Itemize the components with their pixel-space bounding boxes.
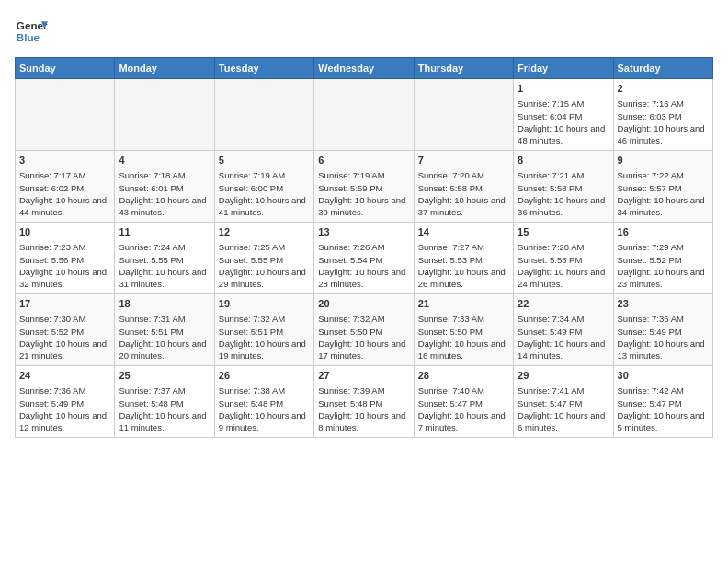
daylight-text: Daylight: 10 hours and 32 minutes. — [19, 266, 110, 291]
weekday-header-tuesday: Tuesday — [214, 58, 313, 79]
day-number: 8 — [518, 154, 609, 167]
day-number: 20 — [318, 297, 409, 311]
calendar-cell: 22Sunrise: 7:34 AMSunset: 5:49 PMDayligh… — [514, 294, 613, 366]
sunset-text: Sunset: 6:04 PM — [518, 110, 609, 122]
day-number: 4 — [119, 154, 210, 167]
calendar-cell — [314, 79, 414, 151]
sunrise-text: Sunrise: 7:32 AM — [318, 313, 409, 325]
sunrise-text: Sunrise: 7:17 AM — [19, 169, 110, 181]
sunrise-text: Sunrise: 7:32 AM — [219, 313, 310, 325]
day-number: 30 — [618, 369, 709, 383]
sunset-text: Sunset: 5:49 PM — [19, 397, 110, 409]
sunrise-text: Sunrise: 7:16 AM — [618, 98, 709, 109]
page-header: General Blue — [15, 15, 713, 48]
calendar-week-3: 10Sunrise: 7:23 AMSunset: 5:56 PMDayligh… — [16, 223, 713, 294]
sunrise-text: Sunrise: 7:28 AM — [518, 241, 609, 253]
sunset-text: Sunset: 5:55 PM — [219, 254, 310, 266]
calendar-cell: 7Sunrise: 7:20 AMSunset: 5:58 PMDaylight… — [414, 151, 513, 223]
daylight-text: Daylight: 10 hours and 29 minutes. — [219, 266, 310, 291]
calendar-cell: 13Sunrise: 7:26 AMSunset: 5:54 PMDayligh… — [314, 223, 414, 294]
calendar-cell: 27Sunrise: 7:39 AMSunset: 5:48 PMDayligh… — [314, 366, 414, 438]
daylight-text: Daylight: 10 hours and 46 minutes. — [618, 122, 709, 147]
calendar-cell: 15Sunrise: 7:28 AMSunset: 5:53 PMDayligh… — [514, 223, 613, 294]
sunset-text: Sunset: 5:47 PM — [518, 397, 609, 409]
day-number: 28 — [418, 369, 509, 383]
calendar-cell: 30Sunrise: 7:42 AMSunset: 5:47 PMDayligh… — [613, 366, 712, 438]
calendar-cell: 25Sunrise: 7:37 AMSunset: 5:48 PMDayligh… — [115, 366, 214, 438]
sunrise-text: Sunrise: 7:19 AM — [219, 169, 310, 181]
day-number: 11 — [119, 225, 210, 239]
sunset-text: Sunset: 5:53 PM — [418, 254, 509, 266]
sunset-text: Sunset: 5:48 PM — [119, 397, 210, 409]
sunset-text: Sunset: 5:48 PM — [318, 397, 409, 409]
calendar-cell: 28Sunrise: 7:40 AMSunset: 5:47 PMDayligh… — [414, 366, 513, 438]
sunrise-text: Sunrise: 7:19 AM — [318, 169, 409, 181]
daylight-text: Daylight: 10 hours and 44 minutes. — [19, 194, 110, 219]
svg-text:General: General — [17, 19, 48, 31]
sunrise-text: Sunrise: 7:24 AM — [119, 241, 210, 253]
sunset-text: Sunset: 5:47 PM — [618, 397, 709, 409]
calendar-cell: 6Sunrise: 7:19 AMSunset: 5:59 PMDaylight… — [314, 151, 414, 223]
calendar-cell: 18Sunrise: 7:31 AMSunset: 5:51 PMDayligh… — [115, 294, 214, 366]
calendar-cell: 26Sunrise: 7:38 AMSunset: 5:48 PMDayligh… — [214, 366, 313, 438]
daylight-text: Daylight: 10 hours and 17 minutes. — [318, 338, 409, 362]
calendar-cell — [16, 79, 115, 151]
daylight-text: Daylight: 10 hours and 9 minutes. — [219, 409, 310, 434]
calendar-cell: 17Sunrise: 7:30 AMSunset: 5:52 PMDayligh… — [16, 294, 115, 366]
sunrise-text: Sunrise: 7:20 AM — [418, 169, 509, 181]
sunrise-text: Sunrise: 7:34 AM — [518, 313, 609, 325]
day-number: 14 — [418, 225, 509, 239]
calendar-week-1: 1Sunrise: 7:15 AMSunset: 6:04 PMDaylight… — [16, 79, 713, 151]
daylight-text: Daylight: 10 hours and 14 minutes. — [518, 338, 609, 362]
day-number: 13 — [318, 225, 409, 239]
calendar-cell: 21Sunrise: 7:33 AMSunset: 5:50 PMDayligh… — [414, 294, 513, 366]
weekday-header-sunday: Sunday — [16, 58, 115, 79]
sunset-text: Sunset: 5:58 PM — [418, 182, 509, 194]
sunrise-text: Sunrise: 7:39 AM — [318, 385, 409, 396]
daylight-text: Daylight: 10 hours and 13 minutes. — [618, 338, 709, 362]
sunset-text: Sunset: 5:52 PM — [19, 326, 110, 338]
daylight-text: Daylight: 10 hours and 6 minutes. — [518, 409, 609, 434]
daylight-text: Daylight: 10 hours and 16 minutes. — [418, 338, 509, 362]
day-number: 6 — [318, 154, 409, 167]
day-number: 5 — [219, 154, 310, 167]
sunset-text: Sunset: 5:56 PM — [19, 254, 110, 266]
calendar-cell: 5Sunrise: 7:19 AMSunset: 6:00 PMDaylight… — [214, 151, 313, 223]
calendar-cell: 12Sunrise: 7:25 AMSunset: 5:55 PMDayligh… — [214, 223, 313, 294]
sunset-text: Sunset: 5:48 PM — [219, 397, 310, 409]
calendar-cell: 1Sunrise: 7:15 AMSunset: 6:04 PMDaylight… — [514, 79, 613, 151]
sunset-text: Sunset: 5:51 PM — [219, 326, 310, 338]
calendar-cell: 20Sunrise: 7:32 AMSunset: 5:50 PMDayligh… — [314, 294, 414, 366]
sunrise-text: Sunrise: 7:40 AM — [418, 385, 509, 396]
daylight-text: Daylight: 10 hours and 34 minutes. — [618, 194, 709, 219]
daylight-text: Daylight: 10 hours and 39 minutes. — [318, 194, 409, 219]
daylight-text: Daylight: 10 hours and 19 minutes. — [219, 338, 310, 362]
calendar-cell: 23Sunrise: 7:35 AMSunset: 5:49 PMDayligh… — [613, 294, 712, 366]
sunset-text: Sunset: 5:51 PM — [119, 326, 210, 338]
daylight-text: Daylight: 10 hours and 12 minutes. — [19, 409, 110, 434]
sunrise-text: Sunrise: 7:15 AM — [518, 98, 609, 109]
sunset-text: Sunset: 5:52 PM — [618, 254, 709, 266]
sunset-text: Sunset: 5:49 PM — [618, 326, 709, 338]
sunrise-text: Sunrise: 7:25 AM — [219, 241, 310, 253]
logo-icon: General Blue — [15, 15, 48, 48]
calendar-cell: 9Sunrise: 7:22 AMSunset: 5:57 PMDaylight… — [613, 151, 712, 223]
calendar-cell — [214, 79, 313, 151]
sunset-text: Sunset: 5:55 PM — [119, 254, 210, 266]
daylight-text: Daylight: 10 hours and 36 minutes. — [518, 194, 609, 219]
day-number: 27 — [318, 369, 409, 383]
sunset-text: Sunset: 5:49 PM — [518, 326, 609, 338]
daylight-text: Daylight: 10 hours and 11 minutes. — [119, 409, 210, 434]
weekday-header-monday: Monday — [115, 58, 214, 79]
sunrise-text: Sunrise: 7:35 AM — [618, 313, 709, 325]
day-number: 12 — [219, 225, 310, 239]
sunrise-text: Sunrise: 7:31 AM — [119, 313, 210, 325]
day-number: 24 — [19, 369, 110, 383]
day-number: 18 — [119, 297, 210, 311]
sunset-text: Sunset: 5:54 PM — [318, 254, 409, 266]
calendar-cell: 19Sunrise: 7:32 AMSunset: 5:51 PMDayligh… — [214, 294, 313, 366]
daylight-text: Daylight: 10 hours and 5 minutes. — [618, 409, 709, 434]
day-number: 7 — [418, 154, 509, 167]
daylight-text: Daylight: 10 hours and 43 minutes. — [119, 194, 210, 219]
weekday-header-row: SundayMondayTuesdayWednesdayThursdayFrid… — [16, 58, 713, 79]
